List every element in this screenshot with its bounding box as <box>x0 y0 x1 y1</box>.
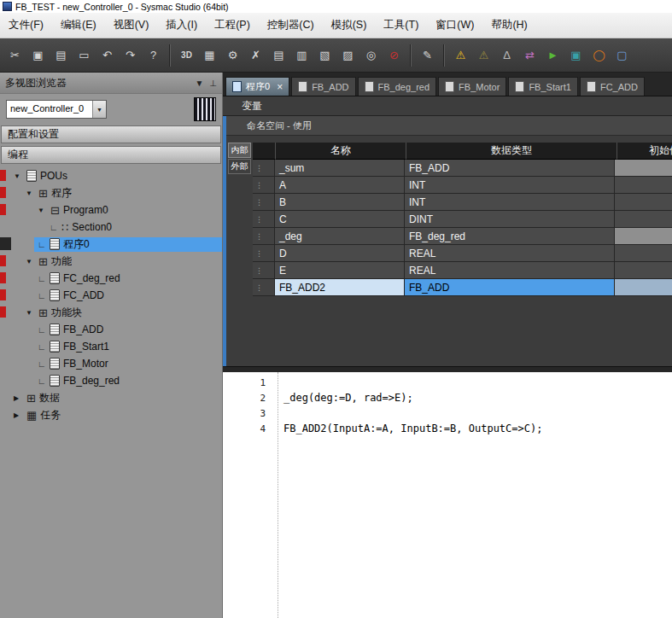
tab-fb-deg-red[interactable]: FB_deg_red <box>358 77 437 96</box>
variable-initial-cell[interactable] <box>615 194 672 211</box>
expand-arrow-icon[interactable]: ▼ <box>26 309 35 317</box>
edit-tool-icon[interactable]: ✎ <box>417 44 438 66</box>
row-grip[interactable]: ⋮ <box>253 194 275 211</box>
variable-name-cell[interactable]: FB_ADD2 <box>275 279 405 296</box>
tree-item-data[interactable]: ▶ ⊞ 数据 <box>0 389 222 406</box>
variable-name-cell[interactable]: D <box>275 245 405 262</box>
variable-name-cell[interactable]: E <box>275 262 405 279</box>
variable-name-cell[interactable]: _sum <box>275 160 405 177</box>
section-programming-button[interactable]: 编程 <box>1 146 221 164</box>
warning-icon[interactable]: ⚠ <box>450 44 471 66</box>
variables-section-header[interactable]: 变量 <box>223 96 672 116</box>
variable-name-cell[interactable]: B <box>275 194 405 211</box>
menu-item-project[interactable]: 工程(P) <box>206 13 259 38</box>
expand-arrow-icon[interactable]: ▼ <box>26 189 35 197</box>
variable-type-cell[interactable]: FB_ADD <box>405 160 615 177</box>
tree-item-chengxu0[interactable]: ∟ 程序0 <box>0 236 222 253</box>
close-icon[interactable]: × <box>277 81 283 93</box>
tab-fc-add[interactable]: FC_ADD <box>580 77 645 96</box>
variable-type-cell[interactable]: DINT <box>405 211 615 228</box>
menu-item-window[interactable]: 窗口(W) <box>427 13 482 38</box>
menu-item-edit[interactable]: 编辑(E) <box>52 13 105 38</box>
menu-item-simulation[interactable]: 模拟(S) <box>323 13 376 38</box>
menu-item-insert[interactable]: 插入(I) <box>157 13 206 38</box>
expand-arrow-icon[interactable]: ▼ <box>26 258 35 265</box>
editor-view-4-icon[interactable]: ▨ <box>337 44 359 66</box>
delete-icon[interactable]: ▭ <box>73 44 95 66</box>
namespace-bar[interactable]: 命名空间 - 使用 <box>226 116 672 136</box>
menu-item-view[interactable]: 视图(V) <box>105 13 158 38</box>
tree-item-pous[interactable]: ▼ POUs <box>0 167 222 184</box>
expand-arrow-icon[interactable]: ▼ <box>38 207 47 214</box>
collapse-arrow-icon[interactable]: ▶ <box>14 411 23 419</box>
tree-item-functions-folder[interactable]: ▼ ⊞ 功能 <box>0 253 222 270</box>
monitor-icon[interactable]: ▣ <box>565 44 587 66</box>
expand-arrow-icon[interactable]: ▼ <box>14 172 23 180</box>
menu-item-help[interactable]: 帮助(H) <box>482 13 535 38</box>
row-grip[interactable]: ⋮ <box>253 262 275 279</box>
code-line[interactable]: 4 FB_ADD2(InputA:=A, InputB:=B, OutputC=… <box>223 421 672 436</box>
code-line[interactable]: 3 <box>223 405 672 421</box>
check-program-icon[interactable]: ✗ <box>245 44 266 66</box>
horizontal-splitter[interactable] <box>223 366 672 372</box>
menu-item-controller[interactable]: 控制器(C) <box>259 13 323 38</box>
code-line[interactable]: 2 _deg(deg:=D, rad=>E); <box>223 390 672 405</box>
editor-view-2-icon[interactable]: ▥ <box>291 44 313 66</box>
view-3d-icon[interactable]: 3D <box>176 44 197 66</box>
variable-initial-cell[interactable] <box>615 262 672 279</box>
pin-icon[interactable]: ⊥ <box>209 79 217 88</box>
paste-icon[interactable]: ▤ <box>50 44 72 66</box>
code-line[interactable]: 1 <box>223 375 672 390</box>
menu-item-file[interactable]: 文件(F) <box>0 13 52 38</box>
row-grip[interactable]: ⋮ <box>253 160 275 177</box>
help-icon[interactable]: ? <box>143 44 164 66</box>
variable-initial-cell[interactable] <box>615 177 672 194</box>
tree-item-function-blocks-folder[interactable]: ▼ ⊞ 功能块 <box>0 304 222 321</box>
variable-type-cell[interactable]: FB_deg_red <box>405 228 615 245</box>
editor-view-1-icon[interactable]: ▤ <box>268 44 289 66</box>
panel-menu-icon[interactable]: ▼ <box>195 79 203 88</box>
tree-item-fb-add[interactable]: ∟ FB_ADD <box>0 321 222 338</box>
chevron-down-icon[interactable]: ▼ <box>92 101 106 118</box>
search-icon[interactable]: ◎ <box>360 44 382 66</box>
editor-view-3-icon[interactable]: ▧ <box>314 44 336 66</box>
row-grip[interactable]: ⋮ <box>253 228 275 245</box>
var-tab-external[interactable]: 外部 <box>228 159 251 174</box>
variable-type-cell[interactable]: FB_ADD <box>405 279 615 296</box>
copy-icon[interactable]: ▣ <box>27 44 49 66</box>
tree-item-tasks[interactable]: ▶ ▦ 任务 <box>0 406 222 423</box>
abort-icon[interactable]: ⊘ <box>383 44 405 66</box>
printer-icon[interactable]: ▦ <box>199 44 220 66</box>
tab-fb-start1[interactable]: FB_Start1 <box>508 77 578 96</box>
row-grip[interactable]: ⋮ <box>253 279 275 296</box>
cut-icon[interactable]: ✂ <box>4 44 26 66</box>
variable-name-cell[interactable]: C <box>275 211 405 228</box>
variable-type-cell[interactable]: REAL <box>405 262 615 279</box>
controller-select[interactable]: new_Controller_0 ▼ <box>6 100 107 119</box>
screen-icon[interactable]: ▢ <box>611 44 633 66</box>
tree-item-fb-deg-red[interactable]: ∟ FB_deg_red <box>0 372 222 389</box>
tab-fb-motor[interactable]: FB_Motor <box>438 77 506 96</box>
go-online-icon[interactable]: ► <box>542 44 564 66</box>
tree-item-fc-deg-red[interactable]: ∟ FC_deg_red <box>0 270 222 287</box>
variable-type-cell[interactable]: INT <box>405 194 615 211</box>
menu-item-tools[interactable]: 工具(T) <box>375 13 427 38</box>
variable-initial-cell[interactable] <box>615 279 672 296</box>
row-grip[interactable]: ⋮ <box>253 211 275 228</box>
tree-item-program0[interactable]: ▼ ⊟ Program0 <box>0 201 222 219</box>
stop-icon[interactable]: ◯ <box>588 44 610 66</box>
variable-initial-cell[interactable] <box>615 228 672 245</box>
filter-warnings-icon[interactable]: Δ <box>496 44 517 66</box>
variable-initial-cell[interactable] <box>615 160 672 177</box>
section-config-button[interactable]: 配置和设置 <box>1 125 221 143</box>
variable-initial-cell[interactable] <box>615 211 672 228</box>
sync-icon[interactable]: ⇄ <box>519 44 541 66</box>
tree-item-section0[interactable]: ∟ ∷ Section0 <box>0 219 222 236</box>
var-tab-internal[interactable]: 内部 <box>228 143 251 158</box>
variable-initial-cell[interactable] <box>615 245 672 262</box>
row-grip[interactable]: ⋮ <box>253 245 275 262</box>
warning-muted-icon[interactable]: ⚠ <box>473 44 494 66</box>
variable-name-cell[interactable]: _deg <box>275 228 405 245</box>
variable-type-cell[interactable]: INT <box>405 177 615 194</box>
tab-fb-add[interactable]: FB_ADD <box>291 77 355 96</box>
